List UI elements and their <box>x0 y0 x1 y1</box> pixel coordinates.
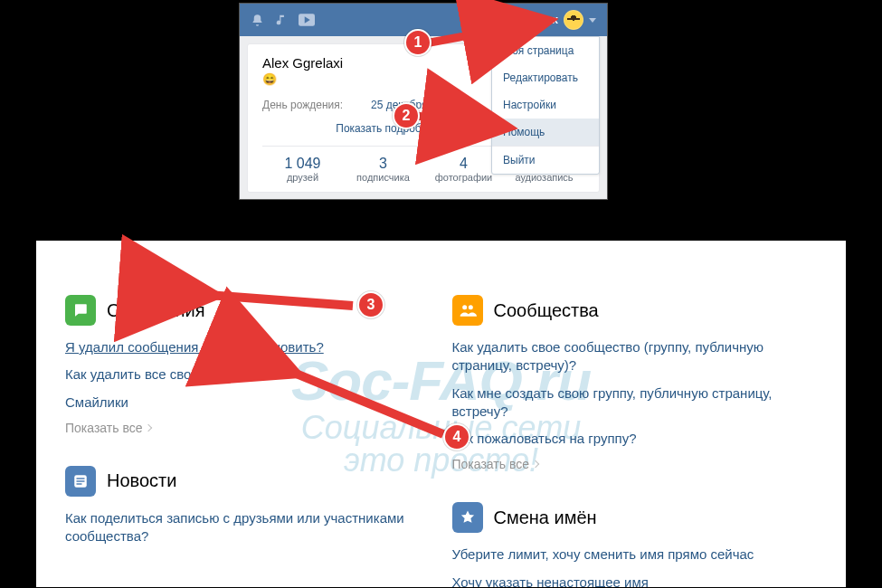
rename-link-2[interactable]: Хочу указать ненастоящее имя <box>452 574 818 588</box>
birthday-label: День рождения: <box>262 99 371 111</box>
svg-line-8 <box>416 116 502 127</box>
svg-line-9 <box>208 295 353 306</box>
menu-edit[interactable]: Редактировать <box>492 64 599 91</box>
communities-link-2[interactable]: Как мне создать свою группу, публичную с… <box>452 384 818 422</box>
stat-friends[interactable]: 1 049друзей <box>262 147 343 192</box>
rename-icon <box>452 502 483 533</box>
chevron-right-icon <box>145 424 152 432</box>
annotation-badge-2: 2 <box>393 102 420 129</box>
avatar <box>564 10 583 30</box>
notifications-icon[interactable] <box>251 14 264 27</box>
communities-show-all[interactable]: Показать все <box>452 457 818 471</box>
topbar-left-icons <box>251 14 315 27</box>
menu-exit[interactable]: Выйти <box>492 147 599 174</box>
arrow-2 <box>416 107 516 138</box>
category-communities: Сообщества Как удалить свое сообщество (… <box>452 295 818 471</box>
annotation-badge-3: 3 <box>357 291 384 318</box>
music-icon[interactable] <box>275 14 288 26</box>
communities-link-1[interactable]: Как удалить свое сообщество (группу, пуб… <box>452 338 818 375</box>
news-icon <box>65 466 96 497</box>
svg-point-6 <box>468 305 472 309</box>
stat-followers[interactable]: 3подписчика <box>343 147 423 192</box>
svg-rect-4 <box>77 483 82 485</box>
annotation-badge-4: 4 <box>443 423 470 450</box>
annotation-badge-1: 1 <box>404 29 432 56</box>
category-news: Новости Как поделиться записью с друзьям… <box>65 466 431 546</box>
arrow-1 <box>425 18 561 58</box>
communities-title: Сообщества <box>494 300 599 321</box>
arrow-4 <box>280 362 452 447</box>
news-link-1[interactable]: Как поделиться записью с друзьями или уч… <box>65 509 431 546</box>
messages-icon <box>65 295 96 326</box>
play-icon[interactable] <box>299 14 315 26</box>
communities-icon <box>452 295 483 326</box>
news-title: Новости <box>107 470 176 491</box>
svg-line-7 <box>425 22 543 43</box>
messages-link-1[interactable]: Я удалил сообщения. Как восстановить? <box>65 338 431 356</box>
rename-title: Смена имён <box>494 507 597 528</box>
messages-title: Сообщения <box>107 300 205 321</box>
svg-rect-2 <box>77 478 85 479</box>
arrow-3 <box>199 286 362 326</box>
svg-rect-3 <box>77 480 85 482</box>
svg-line-10 <box>289 371 443 434</box>
chevron-right-icon <box>532 460 539 468</box>
caret-down-icon <box>589 18 596 23</box>
svg-point-5 <box>462 305 467 309</box>
rename-link-1[interactable]: Уберите лимит, хочу сменить имя прямо се… <box>452 545 818 564</box>
category-rename: Смена имён Уберите лимит, хочу сменить и… <box>452 502 818 587</box>
communities-link-3[interactable]: Как пожаловаться на группу? <box>452 430 818 448</box>
